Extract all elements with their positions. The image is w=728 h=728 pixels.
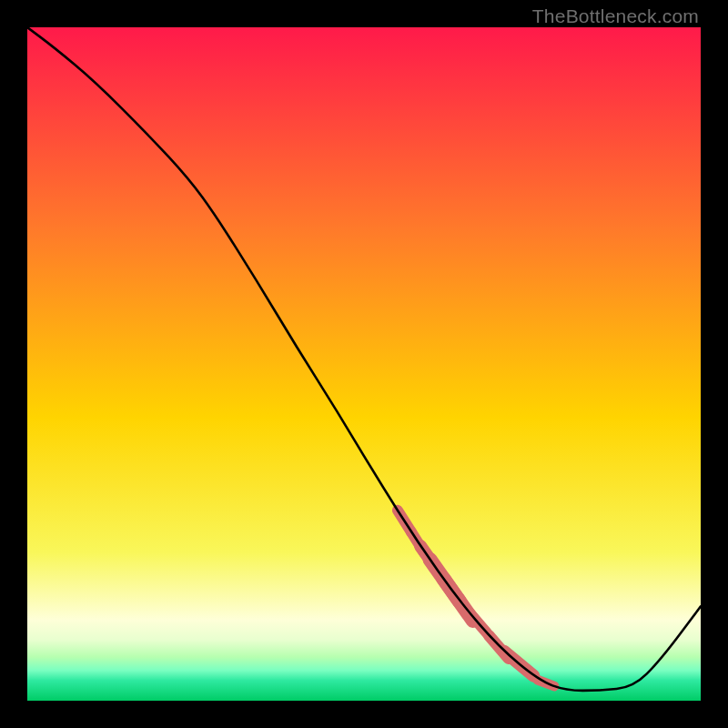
plot-area bbox=[27, 27, 701, 701]
chart-frame: TheBottleneck.com bbox=[0, 0, 728, 728]
bottleneck-markers bbox=[398, 511, 554, 686]
bottleneck-curve bbox=[27, 27, 701, 691]
chart-overlay bbox=[27, 27, 701, 701]
attribution-label: TheBottleneck.com bbox=[532, 5, 699, 27]
